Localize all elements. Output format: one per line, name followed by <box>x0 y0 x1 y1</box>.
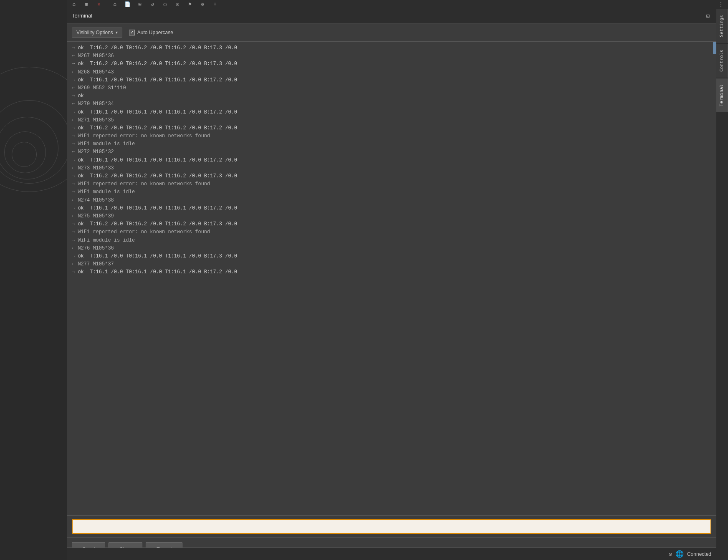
log-line: → WiFi module is idle <box>72 237 711 245</box>
left-panel <box>0 0 67 560</box>
scrollbar-indicator[interactable] <box>713 42 716 54</box>
log-line: → WiFi reported error: no known networks… <box>72 228 711 236</box>
status-wifi-icon: ⊙ <box>669 551 672 557</box>
tab-controls[interactable]: Controls <box>716 44 728 78</box>
tab-terminal[interactable]: Terminal <box>716 78 728 112</box>
toolbar-chat-icon[interactable]: ✉ <box>174 0 181 8</box>
log-line: ← N277 M105*37 <box>72 260 711 268</box>
terminal-controls: ⊡ <box>705 12 711 20</box>
right-sidebar: Settings Controls Terminal <box>716 8 728 560</box>
log-line: → ok T:16.1 /0.0 T0:16.1 /0.0 T1:16.1 /0… <box>72 108 711 116</box>
log-line: → ok <box>72 92 711 100</box>
terminal-input-area <box>67 515 716 537</box>
toolbar-home2-icon[interactable]: ⌂ <box>111 0 119 8</box>
auto-uppercase-toggle[interactable]: ✓ Auto Uppercase <box>129 30 173 35</box>
log-line: → ok T:16.2 /0.0 T0:16.2 /0.0 T1:16.2 /0… <box>72 172 711 180</box>
toolbar-settings-icon[interactable]: ⚙ <box>199 0 206 8</box>
toolbar-print-icon[interactable]: ▦ <box>83 0 90 8</box>
log-line: → ok T:16.1 /0.0 T0:16.1 /0.0 T1:16.1 /0… <box>72 204 711 212</box>
toolbar-cam-icon[interactable]: ◯ <box>161 0 169 8</box>
log-line: → ok T:16.2 /0.0 T0:16.2 /0.0 T1:16.2 /0… <box>72 220 711 228</box>
bg-decoration <box>0 25 67 526</box>
terminal-minimize-btn[interactable]: ⊡ <box>705 12 711 20</box>
auto-uppercase-label: Auto Uppercase <box>137 30 173 35</box>
log-line: → WiFi module is idle <box>72 188 711 196</box>
toolbar-plus-icon[interactable]: + <box>211 0 219 8</box>
log-line: ← N268 M105*43 <box>72 68 711 76</box>
toolbar-more-icon[interactable]: ⋮ <box>717 0 725 8</box>
terminal-panel: Terminal ⊡ Visibility Options ▾ ✓ Auto U… <box>67 8 716 560</box>
log-line: → WiFi reported error: no known networks… <box>72 132 711 140</box>
log-line: → WiFi reported error: no known networks… <box>72 180 711 188</box>
toolbar-doc-icon[interactable]: 📄 <box>124 0 131 8</box>
terminal-input[interactable] <box>72 519 711 534</box>
toolbar-flag-icon[interactable]: ⚑ <box>186 0 194 8</box>
terminal-log[interactable]: → ok T:16.2 /0.0 T0:16.2 /0.0 T1:16.2 /0… <box>67 42 716 515</box>
terminal-toolbar: Visibility Options ▾ ✓ Auto Uppercase <box>67 23 716 42</box>
log-line: ← N272 M105*32 <box>72 148 711 156</box>
status-globe-icon: 🌐 <box>675 550 684 558</box>
tab-settings[interactable]: Settings <box>716 9 728 43</box>
log-line: ← N267 M105*36 <box>72 52 711 60</box>
log-line: ← N270 M105*34 <box>72 100 711 108</box>
log-line: → ok T:16.1 /0.0 T0:16.1 /0.0 T1:16.1 /0… <box>72 156 711 164</box>
status-connected-text: Connected <box>687 551 711 557</box>
toolbar-home-icon[interactable]: ⌂ <box>70 0 78 8</box>
visibility-arrow-icon: ▾ <box>116 30 118 35</box>
visibility-options-button[interactable]: Visibility Options ▾ <box>72 28 122 38</box>
log-line: → ok T:16.2 /0.0 T0:16.2 /0.0 T1:16.2 /0… <box>72 124 711 132</box>
log-line: → WiFi module is idle <box>72 140 711 148</box>
log-line: → ok T:16.1 /0.0 T0:16.1 /0.0 T1:16.1 /0… <box>72 268 711 276</box>
toolbar-close-icon[interactable]: ✕ <box>95 0 103 8</box>
toolbar-layer-icon[interactable]: ⊞ <box>136 0 144 8</box>
log-line: ← N274 M105*38 <box>72 197 711 204</box>
top-toolbar: ⌂ ▦ ✕ ⌂ 📄 ⊞ ↺ ◯ ✉ ⚑ ⚙ + ⋮ <box>67 0 728 8</box>
log-line: ← N269 M552 S1*110 <box>72 84 711 92</box>
log-line: ← N273 M105*33 <box>72 164 711 172</box>
log-line: ← N271 M105*35 <box>72 116 711 124</box>
terminal-title: Terminal <box>72 13 92 19</box>
toolbar-refresh-icon[interactable]: ↺ <box>149 0 156 8</box>
log-line: ← N275 M105*39 <box>72 212 711 220</box>
log-line: → ok T:16.2 /0.0 T0:16.2 /0.0 T1:16.2 /0… <box>72 44 711 52</box>
log-line: ← N276 M105*36 <box>72 245 711 252</box>
log-line: → ok T:16.1 /0.0 T0:16.1 /0.0 T1:16.1 /0… <box>72 76 711 84</box>
status-bar: ⊙ 🌐 Connected <box>67 547 716 560</box>
log-line: → ok T:16.2 /0.0 T0:16.2 /0.0 T1:16.2 /0… <box>72 60 711 68</box>
log-line: → ok T:16.1 /0.0 T0:16.1 /0.0 T1:16.1 /0… <box>72 252 711 260</box>
terminal-titlebar: Terminal ⊡ <box>67 8 716 23</box>
visibility-label: Visibility Options <box>76 30 113 35</box>
auto-uppercase-checkbox[interactable]: ✓ <box>129 30 135 35</box>
